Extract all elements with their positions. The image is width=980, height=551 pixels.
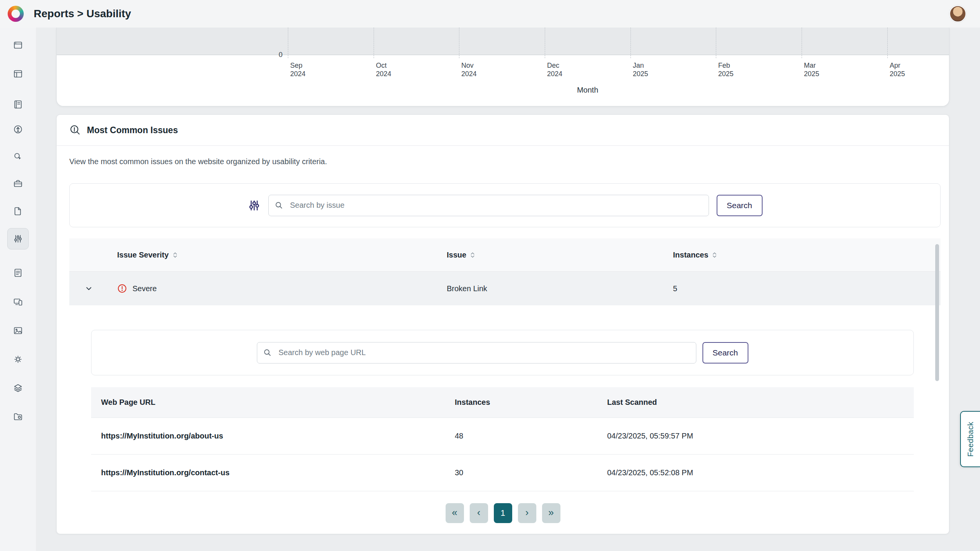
dashboard-icon bbox=[13, 40, 23, 50]
sidebar-item-settings[interactable] bbox=[10, 351, 26, 368]
sidebar-item-usability[interactable] bbox=[7, 228, 29, 249]
sidebar-item-notes[interactable] bbox=[10, 264, 26, 281]
notes-icon bbox=[13, 268, 23, 278]
chevron-down-icon bbox=[85, 284, 93, 293]
x-axis-tick: Jan2025 bbox=[633, 61, 648, 78]
x-axis-tick: Apr2025 bbox=[890, 61, 905, 78]
header-issue[interactable]: Issue bbox=[447, 251, 673, 259]
forms-icon bbox=[13, 69, 23, 79]
issue-search-button[interactable]: Search bbox=[717, 195, 763, 216]
tick-month: Dec bbox=[547, 61, 562, 70]
tick-year: 2024 bbox=[547, 70, 562, 78]
sidebar-item-layers[interactable] bbox=[10, 380, 26, 396]
main-content: 0 Sep2024 Oct2024 Nov2024 Dec2024 Jan202… bbox=[36, 28, 980, 551]
x-axis-tick: Dec2024 bbox=[547, 61, 562, 78]
card-title: Most Common Issues bbox=[87, 125, 178, 135]
sidebar-item-reports[interactable] bbox=[10, 96, 26, 113]
issue-search-input[interactable] bbox=[268, 195, 709, 216]
severity-cell: Severe bbox=[117, 284, 447, 293]
x-axis-tick: Oct2024 bbox=[376, 61, 391, 78]
url-cell: https://MyInstitution.org/about-us bbox=[91, 432, 445, 440]
y-axis-tick: 0 bbox=[261, 51, 283, 59]
document-icon bbox=[13, 206, 23, 216]
tick-month: Feb bbox=[718, 61, 733, 70]
tick-year: 2024 bbox=[376, 70, 391, 78]
sidebar-item-toolbox[interactable] bbox=[10, 175, 26, 192]
instances-cell: 5 bbox=[673, 284, 941, 293]
filter-sliders-icon[interactable] bbox=[248, 199, 261, 212]
report-book-icon bbox=[13, 99, 23, 109]
sidebar-item-media[interactable] bbox=[10, 322, 26, 339]
search-pointer-icon bbox=[13, 152, 23, 162]
chart-plot-area bbox=[57, 28, 949, 55]
feedback-label: Feedback bbox=[966, 422, 975, 457]
app-logo-icon[interactable] bbox=[8, 6, 24, 22]
tick-month: Nov bbox=[461, 61, 477, 70]
card-header: Most Common Issues bbox=[57, 115, 949, 146]
chart-gridline bbox=[630, 28, 631, 58]
last-scanned-cell: 04/23/2025, 05:52:08 PM bbox=[597, 468, 914, 477]
header-label: Issue bbox=[447, 251, 466, 259]
row-expander[interactable] bbox=[69, 284, 117, 293]
url-cell: https://MyInstitution.org/contact-us bbox=[91, 468, 445, 477]
instances-cell: 48 bbox=[445, 432, 597, 440]
chart-gridline bbox=[374, 28, 374, 58]
tick-month: Sep bbox=[290, 61, 305, 70]
url-search-button[interactable]: Search bbox=[702, 342, 748, 364]
url-table-header: Web Page URL Instances Last Scanned bbox=[91, 387, 914, 418]
pagination-last-button[interactable]: » bbox=[542, 503, 560, 523]
chart-gridline bbox=[459, 28, 459, 58]
sidebar-item-dashboard[interactable] bbox=[10, 37, 26, 54]
tick-year: 2025 bbox=[718, 70, 733, 78]
severity-label: Severe bbox=[132, 284, 157, 293]
most-common-issues-card: Most Common Issues View the most common … bbox=[56, 114, 949, 534]
sort-icon[interactable] bbox=[173, 252, 178, 258]
sidebar-item-accessibility[interactable] bbox=[10, 121, 26, 138]
issue-row-severe-broken-link[interactable]: Severe Broken Link 5 bbox=[69, 272, 941, 305]
issues-table-header: Issue Severity Issue Instances bbox=[69, 238, 941, 272]
sidebar-item-folder-settings[interactable] bbox=[10, 408, 26, 425]
layers-icon bbox=[13, 383, 23, 393]
pagination-page-1-button[interactable]: 1 bbox=[494, 503, 512, 523]
table-scrollbar[interactable] bbox=[935, 244, 939, 381]
chart-gridline bbox=[716, 28, 716, 58]
sidebar-item-seo[interactable] bbox=[10, 148, 26, 165]
issues-table: Issue Severity Issue Instances bbox=[69, 238, 941, 491]
x-axis-tick: Feb2025 bbox=[718, 61, 733, 78]
header-instances[interactable]: Instances bbox=[673, 251, 941, 259]
tick-year: 2025 bbox=[804, 70, 819, 78]
url-table: Web Page URL Instances Last Scanned http… bbox=[91, 387, 914, 491]
header-issue-severity[interactable]: Issue Severity bbox=[117, 251, 447, 259]
left-nav-sidebar bbox=[0, 28, 36, 551]
tick-year: 2024 bbox=[290, 70, 305, 78]
url-search-box bbox=[257, 342, 696, 364]
feedback-tab[interactable]: Feedback bbox=[960, 411, 980, 467]
tick-year: 2024 bbox=[461, 70, 477, 78]
sidebar-item-documents[interactable] bbox=[10, 203, 26, 220]
url-search-panel: Search bbox=[91, 330, 914, 375]
pagination-first-button[interactable]: « bbox=[446, 503, 464, 523]
x-axis-label: Month bbox=[549, 86, 626, 95]
instances-cell: 30 bbox=[445, 468, 597, 477]
sort-icon[interactable] bbox=[470, 252, 475, 258]
tick-month: Oct bbox=[376, 61, 391, 70]
tick-month: Jan bbox=[633, 61, 648, 70]
x-axis-tick: Sep2024 bbox=[290, 61, 305, 78]
media-image-icon bbox=[13, 326, 23, 336]
sort-icon[interactable] bbox=[712, 252, 717, 258]
gear-icon bbox=[13, 354, 23, 364]
header-last-scanned: Last Scanned bbox=[597, 398, 914, 407]
url-search-input[interactable] bbox=[257, 342, 696, 364]
x-axis-tick: Nov2024 bbox=[461, 61, 477, 78]
folder-gear-icon bbox=[13, 412, 23, 422]
sidebar-item-forms[interactable] bbox=[10, 65, 26, 82]
sidebar-item-devices[interactable] bbox=[10, 293, 26, 310]
user-avatar[interactable] bbox=[949, 5, 966, 22]
accessibility-icon bbox=[13, 124, 23, 134]
pagination-prev-button[interactable]: ‹ bbox=[470, 503, 488, 523]
header-label: Issue Severity bbox=[117, 251, 169, 259]
tick-month: Mar bbox=[804, 61, 819, 70]
sliders-icon bbox=[13, 234, 23, 244]
tick-year: 2025 bbox=[633, 70, 648, 78]
pagination-next-button[interactable]: › bbox=[518, 503, 536, 523]
